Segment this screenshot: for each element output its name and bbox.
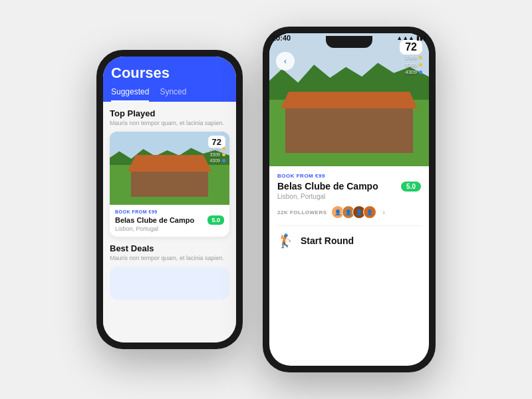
r-score-row-2: 3309 bbox=[405, 62, 422, 68]
building-bg bbox=[131, 170, 207, 197]
tab-suggested[interactable]: Suggested bbox=[111, 87, 149, 102]
score-row-1: 2309 bbox=[209, 146, 225, 151]
r-roof bbox=[281, 92, 418, 108]
status-time: 10:40 bbox=[272, 34, 291, 42]
dot-yellow-2 bbox=[222, 153, 225, 156]
r-building bbox=[285, 106, 413, 153]
notch bbox=[326, 36, 372, 48]
score-row-3: 4309 bbox=[209, 158, 225, 163]
right-header-image: ‹ 72 2309 3309 4309 bbox=[269, 33, 429, 166]
start-round-label: Start Round bbox=[301, 235, 354, 246]
r-rating-badge: 5.0 bbox=[401, 182, 421, 192]
dot-blue-1 bbox=[222, 159, 225, 162]
rating-badge: 5.0 bbox=[207, 215, 224, 225]
best-deals-title: Best Deals bbox=[110, 243, 229, 253]
left-screen: Courses Suggested Synced Top Played Maur… bbox=[103, 57, 236, 342]
book-from-label: BOOK FROM €99 bbox=[115, 209, 224, 214]
top-played-title: Top Played bbox=[110, 108, 229, 118]
left-phone: Courses Suggested Synced Top Played Maur… bbox=[96, 50, 243, 349]
follower-avatars: 👤 👤 👤 👤 bbox=[331, 205, 376, 219]
r-book-from: BOOK FROM €99 bbox=[277, 173, 421, 179]
course-card[interactable]: 72 2309 3309 4309 bbox=[110, 132, 229, 237]
r-score-indicators: 2309 3309 4309 bbox=[405, 55, 422, 75]
left-body: Top Played Mauris non tempor quam, et la… bbox=[103, 102, 236, 341]
course-name-row: Belas Clube de Campo 5.0 bbox=[115, 215, 224, 225]
card-info: BOOK FROM €99 Belas Clube de Campo 5.0 L… bbox=[110, 205, 229, 237]
course-name: Belas Clube de Campo bbox=[115, 216, 194, 224]
divider bbox=[277, 225, 421, 226]
dot-yellow-1 bbox=[222, 147, 225, 150]
back-button[interactable]: ‹ bbox=[276, 52, 295, 70]
page-title: Courses bbox=[111, 65, 228, 82]
r-course-name: Belas Clube de Campo bbox=[277, 181, 378, 192]
chevron-right-icon: › bbox=[383, 209, 385, 216]
course-location: Lisbon, Portugal bbox=[115, 225, 224, 232]
r-location: Lisbon, Portugal bbox=[277, 193, 421, 200]
battery-icon: ▮▮▮ bbox=[416, 35, 426, 41]
card-image: 72 2309 3309 4309 bbox=[110, 132, 229, 205]
right-phone: 10:40 ▲▲▲ ▮▮▮ ‹ 72 bbox=[263, 27, 436, 372]
deals-card[interactable] bbox=[110, 267, 229, 300]
bottom-nav: ≡ Feed ◷ Performance ⛳ Courses ⊙ Me ··· bbox=[103, 341, 236, 342]
best-deals-subtitle: Mauris non tempor quam, et lacinia sapie… bbox=[110, 255, 229, 261]
r-course-row: Belas Clube de Campo 5.0 bbox=[277, 181, 421, 192]
avatar-4: 👤 bbox=[363, 205, 376, 219]
tab-synced[interactable]: Synced bbox=[160, 87, 186, 102]
signal-icon: ▲▲▲ bbox=[396, 35, 414, 41]
r-score-row-3: 4309 bbox=[405, 69, 422, 75]
score-indicators: 2309 3309 4309 bbox=[209, 146, 225, 163]
followers-row: 22K FOLLOWERS 👤 👤 👤 👤 › bbox=[277, 205, 421, 219]
right-body: BOOK FROM €99 Belas Clube de Campo 5.0 L… bbox=[269, 166, 429, 258]
r-dot-yellow-1 bbox=[419, 56, 422, 59]
tabs-bar: Suggested Synced bbox=[111, 87, 228, 102]
r-dot-blue-1 bbox=[419, 70, 422, 74]
followers-label: 22K FOLLOWERS bbox=[277, 209, 327, 215]
start-round-row[interactable]: 🏌 Start Round bbox=[277, 230, 421, 251]
golfer-icon: 🏌 bbox=[277, 233, 294, 249]
top-played-subtitle: Mauris non tempor quam, et lacinia sapie… bbox=[110, 120, 229, 126]
status-icons: ▲▲▲ ▮▮▮ bbox=[396, 35, 426, 41]
r-score-row-1: 2309 bbox=[405, 55, 422, 61]
left-header: Courses Suggested Synced bbox=[103, 57, 236, 102]
right-screen: 10:40 ▲▲▲ ▮▮▮ ‹ 72 bbox=[269, 33, 429, 366]
score-row-2: 3309 bbox=[209, 152, 225, 157]
r-dot-yellow-2 bbox=[419, 63, 422, 66]
roof-bg bbox=[128, 155, 211, 172]
main-container: Courses Suggested Synced Top Played Maur… bbox=[83, 13, 449, 386]
